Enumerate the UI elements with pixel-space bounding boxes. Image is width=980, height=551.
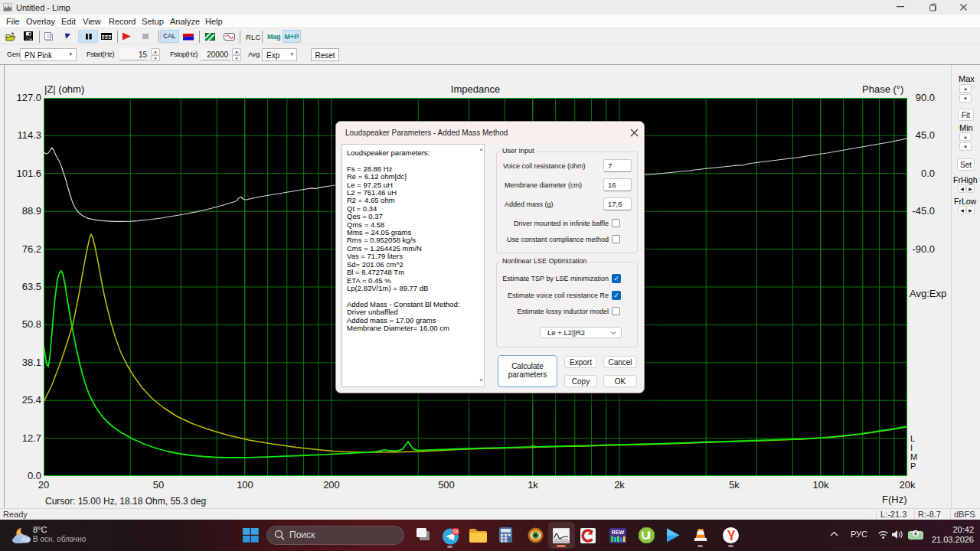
svg-text:REW: REW <box>612 530 625 535</box>
svg-text:58: 58 <box>452 529 459 534</box>
